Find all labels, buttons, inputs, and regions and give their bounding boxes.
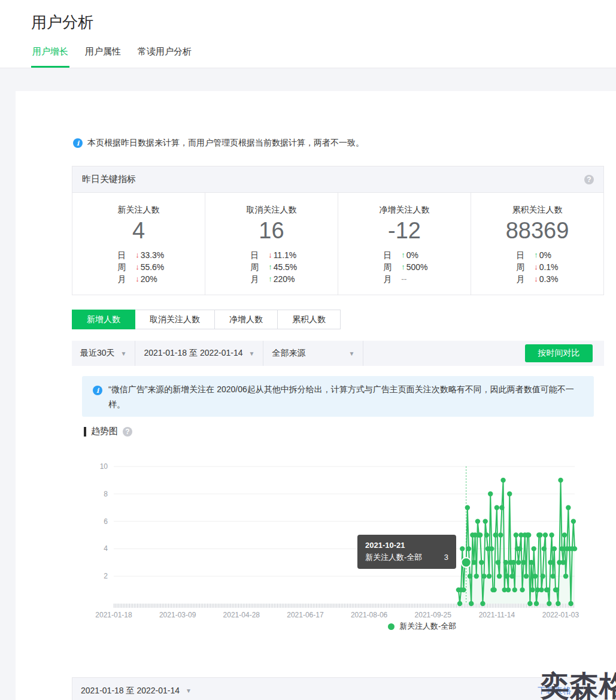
metric-label: 新关注人数 — [72, 205, 205, 216]
filter-bar: 最近30天 ▼ 2021-01-18 至 2022-01-14 ▼ 全部来源 ▼… — [72, 341, 604, 366]
range-preset-value: 最近30天 — [80, 348, 115, 359]
svg-text:2021-11-14: 2021-11-14 — [479, 611, 515, 619]
info-icon: i — [93, 386, 102, 395]
metric-card: 净增关注人数 -12 日↑ 0% 周↑ 500% 月 -- — [338, 193, 471, 295]
table-header-bar: 2021-01-18 至 2022-01-14 ▼ 下载表格 — [72, 677, 604, 700]
wechat-ad-notice-text: “微信广告”来源的新增关注在 2020/06起从其他中拆分给出，计算方式与广告主… — [108, 382, 581, 412]
key-metrics-header: 昨日关键指标 ? — [72, 166, 603, 193]
chevron-down-icon: ▼ — [186, 687, 192, 694]
metric-card: 新关注人数 4 日↓ 33.3% 周↓ 55.6% 月↓ 20% — [72, 193, 205, 295]
trend-title-text: 趋势图 — [91, 426, 118, 437]
metric-change-row: 日↑ 0% — [516, 249, 558, 261]
svg-text:2021-03-09: 2021-03-09 — [159, 611, 196, 619]
chevron-down-icon: ▼ — [349, 350, 355, 357]
svg-text:2021-09-25: 2021-09-25 — [415, 611, 452, 619]
tab-0[interactable]: 用户增长 — [31, 40, 69, 68]
metric-change-row: 月↑ 220% — [250, 273, 297, 285]
arrow-down-icon: ↓ — [268, 249, 272, 261]
chevron-down-icon: ▼ — [121, 350, 127, 357]
page-header: 用户分析 用户增长用户属性常读用户分析 — [0, 0, 616, 68]
svg-text:2021-08-06: 2021-08-06 — [351, 611, 388, 619]
source-value: 全部来源 — [272, 348, 305, 359]
metric-tab-buttons: 新增人数取消关注人数净增人数累积人数 — [72, 310, 341, 329]
metric-value: 4 — [72, 218, 205, 243]
arrow-up-icon: ↑ — [401, 261, 405, 273]
source-dropdown[interactable]: 全部来源 ▼ — [263, 341, 363, 366]
arrow-down-icon: ↓ — [534, 273, 538, 285]
svg-text:6: 6 — [104, 517, 108, 526]
metric-change-row: 日↓ 33.3% — [117, 249, 164, 261]
metric-tab-1[interactable]: 取消关注人数 — [135, 310, 215, 329]
metric-change-row: 月↓ 20% — [117, 273, 164, 285]
date-range-value: 2021-01-18 至 2022-01-14 — [144, 348, 242, 359]
info-icon: i — [73, 138, 83, 148]
metric-value: 88369 — [471, 218, 603, 243]
date-range-dropdown[interactable]: 2021-01-18 至 2022-01-14 ▼ — [135, 341, 263, 366]
table-date-range-dropdown[interactable]: 2021-01-18 至 2022-01-14 ▼ — [81, 686, 192, 696]
key-metrics-box: 昨日关键指标 ? 新关注人数 4 日↓ 33.3% 周↓ 55.6% 月↓ 20… — [72, 166, 604, 295]
metric-change-row: 周↑ 45.5% — [250, 261, 297, 273]
table-date-range-value: 2021-01-18 至 2022-01-14 — [81, 686, 180, 696]
metric-change-row: 月 -- — [383, 273, 427, 285]
tooltip-date: 2021-10-21 — [365, 540, 448, 551]
chevron-down-icon: ▼ — [249, 350, 255, 357]
metric-card: 取消关注人数 16 日↓ 11.1% 周↑ 45.5% 月↑ 220% — [205, 193, 338, 295]
metric-change-row: 日↓ 11.1% — [250, 249, 297, 261]
svg-text:8: 8 — [104, 490, 108, 498]
tab-1[interactable]: 用户属性 — [84, 40, 122, 68]
svg-text:2021-01-18: 2021-01-18 — [95, 611, 132, 619]
legend-label: 新关注人数-全部 — [399, 621, 456, 632]
metric-change-row: 月↓ 0.3% — [516, 273, 558, 285]
watermark: 奕森格 — [541, 667, 616, 700]
legend-item[interactable]: 新关注人数-全部 — [388, 621, 456, 632]
svg-text:2022-01-03: 2022-01-03 — [542, 611, 579, 619]
metric-label: 取消关注人数 — [205, 205, 338, 216]
svg-text:4: 4 — [104, 544, 108, 553]
arrow-down-icon: ↓ — [534, 261, 538, 273]
help-icon[interactable]: ? — [584, 175, 594, 184]
metric-label: 累积关注人数 — [471, 205, 603, 216]
notice-text: 本页根据昨日数据来计算，而用户管理页根据当前数据计算，两者不一致。 — [87, 138, 364, 149]
metric-value: -12 — [338, 218, 471, 243]
svg-text:2021-04-28: 2021-04-28 — [223, 611, 260, 619]
arrow-up-icon: ↑ — [268, 273, 272, 285]
arrow-up-icon: ↑ — [534, 249, 538, 261]
yesterday-data-notice: i 本页根据昨日数据来计算，而用户管理页根据当前数据计算，两者不一致。 — [73, 138, 364, 149]
title-bar-icon — [84, 427, 86, 437]
arrow-up-icon: ↑ — [401, 249, 405, 261]
metric-value: 16 — [205, 218, 338, 243]
svg-text:2: 2 — [104, 572, 108, 580]
arrow-down-icon: ↓ — [135, 261, 139, 273]
chart-tooltip: 2021-10-21 新关注人数-全部 3 — [357, 535, 456, 569]
svg-text:10: 10 — [100, 462, 108, 471]
metric-change-row: 周↑ 500% — [383, 261, 427, 273]
page-title: 用户分析 — [31, 12, 93, 33]
key-metrics-title: 昨日关键指标 — [82, 174, 136, 185]
trend-chart: 2468102021-01-182021-03-092021-04-282021… — [84, 458, 604, 638]
arrow-up-icon: ↑ — [268, 261, 272, 273]
metric-tab-0[interactable]: 新增人数 — [72, 310, 135, 329]
key-metrics-body: 新关注人数 4 日↓ 33.3% 周↓ 55.6% 月↓ 20%取消关注人数 1… — [72, 193, 603, 295]
range-preset-dropdown[interactable]: 最近30天 ▼ — [72, 341, 135, 366]
arrow-down-icon: ↓ — [135, 273, 139, 285]
arrow-down-icon: ↓ — [135, 249, 139, 261]
trend-chart-canvas: 2468102021-01-182021-03-092021-04-282021… — [84, 458, 604, 626]
tab-2[interactable]: 常读用户分析 — [136, 40, 193, 68]
tooltip-value: 3 — [444, 551, 448, 564]
metric-tab-3[interactable]: 累积人数 — [277, 310, 341, 329]
compare-by-time-button[interactable]: 按时间对比 — [525, 344, 593, 362]
metric-label: 净增关注人数 — [338, 205, 471, 216]
legend-dot-icon — [388, 623, 395, 630]
wechat-ad-notice: i “微信广告”来源的新增关注在 2020/06起从其他中拆分给出，计算方式与广… — [82, 376, 594, 417]
metric-card: 累积关注人数 88369 日↑ 0% 周↓ 0.1% 月↓ 0.3% — [471, 193, 603, 295]
help-icon[interactable]: ? — [123, 427, 132, 437]
tooltip-series: 新关注人数-全部 — [365, 551, 422, 564]
metric-tab-2[interactable]: 净增人数 — [214, 310, 278, 329]
metric-change-row: 日↑ 0% — [383, 249, 427, 261]
svg-text:2021-06-17: 2021-06-17 — [287, 611, 324, 619]
top-tabs: 用户增长用户属性常读用户分析 — [31, 40, 193, 68]
metric-change-row: 周↓ 55.6% — [117, 261, 164, 273]
metric-change-row: 周↓ 0.1% — [516, 261, 558, 273]
trend-section-title: 趋势图 ? — [84, 426, 132, 437]
